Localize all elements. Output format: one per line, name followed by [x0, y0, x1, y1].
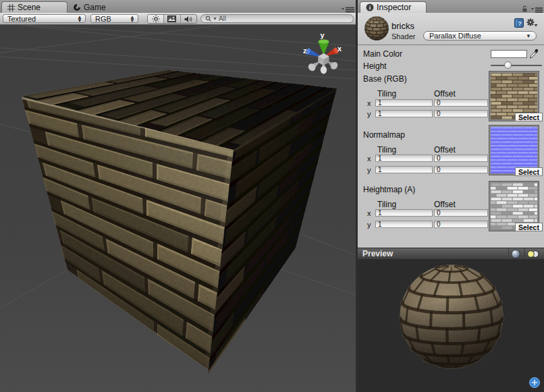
svg-text:?: ?	[518, 20, 522, 27]
svg-text:x: x	[337, 45, 342, 53]
svg-text:y: y	[321, 31, 325, 39]
svg-text:z: z	[303, 47, 307, 55]
